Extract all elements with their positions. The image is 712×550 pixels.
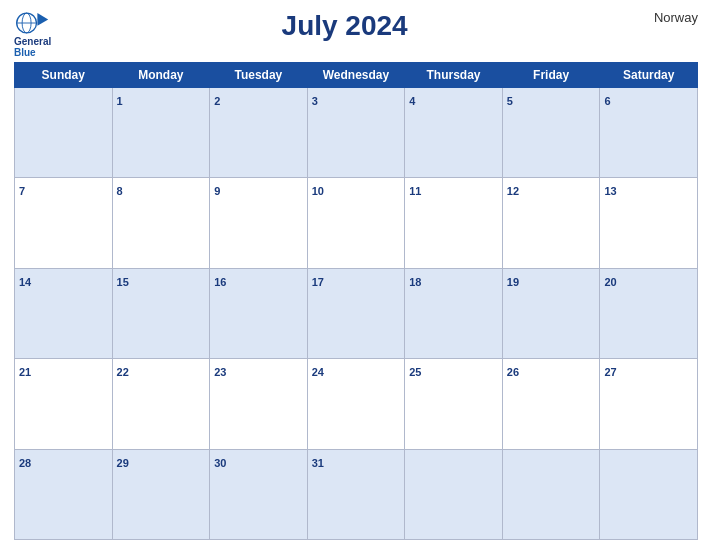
- day-number: 10: [312, 185, 324, 197]
- calendar-day-cell: 7: [15, 178, 113, 268]
- weekday-header-row: Sunday Monday Tuesday Wednesday Thursday…: [15, 63, 698, 88]
- day-number: 6: [604, 95, 610, 107]
- day-number: 16: [214, 276, 226, 288]
- calendar-day-cell: 15: [112, 268, 210, 358]
- calendar-day-cell: 19: [502, 268, 600, 358]
- day-number: 25: [409, 366, 421, 378]
- header-tuesday: Tuesday: [210, 63, 308, 88]
- calendar-day-cell: 30: [210, 449, 308, 539]
- day-number: 20: [604, 276, 616, 288]
- calendar-day-cell: 25: [405, 359, 503, 449]
- logo-icon: [14, 10, 50, 36]
- day-number: 3: [312, 95, 318, 107]
- day-number: 12: [507, 185, 519, 197]
- calendar-day-cell: 31: [307, 449, 405, 539]
- calendar-day-cell: 8: [112, 178, 210, 268]
- svg-marker-3: [37, 13, 48, 26]
- calendar-day-cell: 13: [600, 178, 698, 268]
- day-number: 18: [409, 276, 421, 288]
- calendar-week-row: 14151617181920: [15, 268, 698, 358]
- day-number: 4: [409, 95, 415, 107]
- calendar-week-row: 21222324252627: [15, 359, 698, 449]
- calendar-day-cell: 16: [210, 268, 308, 358]
- calendar-week-row: 78910111213: [15, 178, 698, 268]
- day-number: 5: [507, 95, 513, 107]
- calendar-day-cell: [405, 449, 503, 539]
- logo: General Blue: [14, 10, 51, 58]
- calendar-day-cell: 10: [307, 178, 405, 268]
- calendar-day-cell: [502, 449, 600, 539]
- calendar-header: General Blue July 2024 Norway: [14, 10, 698, 58]
- calendar-day-cell: 2: [210, 88, 308, 178]
- calendar-day-cell: 21: [15, 359, 113, 449]
- header-monday: Monday: [112, 63, 210, 88]
- day-number: 19: [507, 276, 519, 288]
- day-number: 8: [117, 185, 123, 197]
- day-number: 30: [214, 457, 226, 469]
- calendar-week-row: 28293031: [15, 449, 698, 539]
- day-number: 24: [312, 366, 324, 378]
- calendar-day-cell: 28: [15, 449, 113, 539]
- day-number: 29: [117, 457, 129, 469]
- day-number: 11: [409, 185, 421, 197]
- day-number: 15: [117, 276, 129, 288]
- country-label: Norway: [638, 10, 698, 25]
- header-sunday: Sunday: [15, 63, 113, 88]
- day-number: 22: [117, 366, 129, 378]
- day-number: 31: [312, 457, 324, 469]
- calendar-day-cell: 6: [600, 88, 698, 178]
- day-number: 7: [19, 185, 25, 197]
- day-number: 21: [19, 366, 31, 378]
- calendar-day-cell: 24: [307, 359, 405, 449]
- day-number: 17: [312, 276, 324, 288]
- logo-text: General Blue: [14, 36, 51, 58]
- header-wednesday: Wednesday: [307, 63, 405, 88]
- calendar-table: Sunday Monday Tuesday Wednesday Thursday…: [14, 62, 698, 540]
- calendar-day-cell: 17: [307, 268, 405, 358]
- calendar-day-cell: 23: [210, 359, 308, 449]
- calendar-day-cell: 11: [405, 178, 503, 268]
- day-number: 2: [214, 95, 220, 107]
- header-saturday: Saturday: [600, 63, 698, 88]
- calendar-day-cell: 14: [15, 268, 113, 358]
- day-number: 9: [214, 185, 220, 197]
- calendar-day-cell: 5: [502, 88, 600, 178]
- calendar-day-cell: 29: [112, 449, 210, 539]
- calendar-title: July 2024: [51, 10, 638, 42]
- calendar-day-cell: 4: [405, 88, 503, 178]
- calendar-day-cell: 22: [112, 359, 210, 449]
- calendar-day-cell: 3: [307, 88, 405, 178]
- day-number: 26: [507, 366, 519, 378]
- calendar-day-cell: 18: [405, 268, 503, 358]
- day-number: 27: [604, 366, 616, 378]
- day-number: 1: [117, 95, 123, 107]
- calendar-title-area: July 2024: [51, 10, 638, 42]
- calendar-week-row: 123456: [15, 88, 698, 178]
- calendar-day-cell: 12: [502, 178, 600, 268]
- day-number: 14: [19, 276, 31, 288]
- calendar-day-cell: [15, 88, 113, 178]
- calendar-header-row: Sunday Monday Tuesday Wednesday Thursday…: [15, 63, 698, 88]
- calendar-day-cell: 1: [112, 88, 210, 178]
- calendar-day-cell: [600, 449, 698, 539]
- calendar-page: General Blue July 2024 Norway Sunday Mon…: [0, 0, 712, 550]
- calendar-day-cell: 27: [600, 359, 698, 449]
- calendar-day-cell: 26: [502, 359, 600, 449]
- day-number: 28: [19, 457, 31, 469]
- header-friday: Friday: [502, 63, 600, 88]
- header-thursday: Thursday: [405, 63, 503, 88]
- day-number: 13: [604, 185, 616, 197]
- day-number: 23: [214, 366, 226, 378]
- calendar-day-cell: 20: [600, 268, 698, 358]
- calendar-body: 1234567891011121314151617181920212223242…: [15, 88, 698, 540]
- calendar-day-cell: 9: [210, 178, 308, 268]
